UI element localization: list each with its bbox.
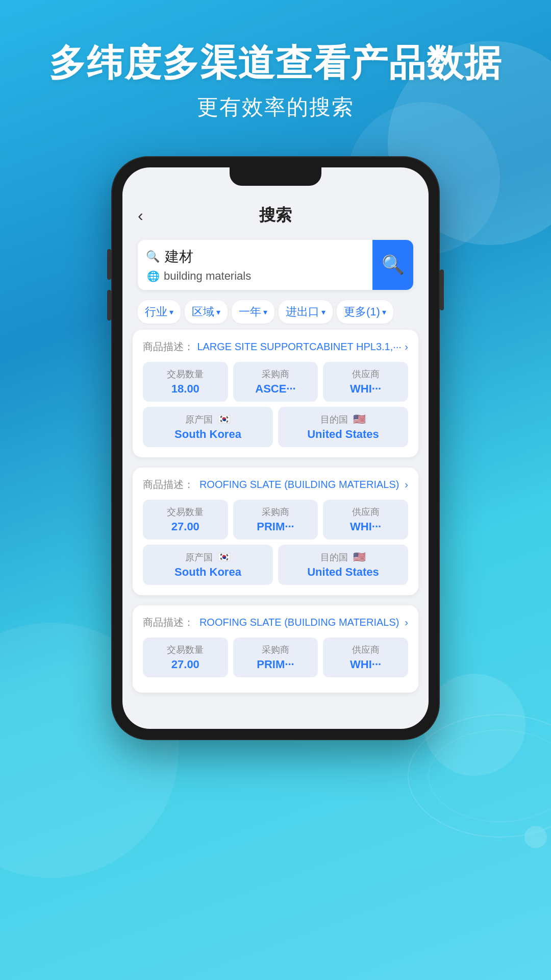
result-card-2: 商品描述： ROOFING SLATE (BUILDING MATERIALS)… — [133, 605, 418, 693]
search-query: 建材 — [165, 247, 193, 266]
card-fields-grid: 交易数量 18.00 采购商 ASCE··· 供应商 WHI··· — [143, 362, 408, 402]
vol-btn-1 — [107, 249, 111, 280]
card-cell: 供应商 WHI··· — [323, 638, 408, 677]
country-value: United States — [285, 428, 401, 441]
card-desc-row[interactable]: 商品描述： LARGE SITE SUPPORTCABINET HPL3.1,·… — [143, 340, 408, 354]
cell-label: 交易数量 — [150, 506, 221, 518]
chevron-down-icon: ▾ — [169, 307, 173, 317]
filter-label: 区域 — [192, 304, 214, 320]
search-input-area[interactable]: 🔍 建材 🌐 building materials — [138, 240, 372, 290]
card-arrow-icon: › — [405, 617, 408, 628]
country-label: 目的国 🇺🇸 — [285, 551, 401, 564]
cell-value: WHI··· — [330, 382, 401, 396]
card-fields-grid: 交易数量 27.00 采购商 PRIM··· 供应商 WHI··· — [143, 638, 408, 677]
cell-label: 供应商 — [330, 644, 401, 656]
card-cell: 供应商 WHI··· — [323, 500, 408, 540]
filter-label: 进出口 — [286, 304, 319, 320]
phone-screen: ‹ 搜索 🔍 建材 🌐 building materi — [122, 167, 429, 729]
country-label: 目的国 🇺🇸 — [285, 413, 401, 426]
search-translate-row: 🌐 building materials — [146, 270, 364, 283]
card-cell: 交易数量 27.00 — [143, 638, 228, 677]
filter-chip-更多(1)[interactable]: 更多(1)▾ — [337, 300, 393, 324]
card-country-grid: 原产国 🇰🇷 South Korea 目的国 🇺🇸 United States — [143, 407, 408, 447]
translate-icon: 🌐 — [147, 270, 160, 282]
card-cell: 采购商 PRIM··· — [233, 638, 318, 677]
flag-icon: 🇺🇸 — [353, 413, 366, 425]
cell-label: 采购商 — [240, 644, 311, 656]
cell-label: 采购商 — [240, 368, 311, 380]
country-value: United States — [285, 566, 401, 579]
search-icon: 🔍 — [146, 250, 160, 263]
cell-value: 18.00 — [150, 382, 221, 396]
card-arrow-icon: › — [405, 479, 408, 491]
result-card-1: 商品描述： ROOFING SLATE (BUILDING MATERIALS)… — [133, 468, 418, 595]
svg-point-2 — [524, 826, 547, 848]
cell-label: 采购商 — [240, 506, 311, 518]
search-translation: building materials — [164, 270, 251, 283]
filter-bar: 行业▾区域▾一年▾进出口▾更多(1)▾ — [122, 290, 429, 330]
country-value: South Korea — [150, 428, 266, 441]
flag-icon: 🇺🇸 — [353, 551, 366, 562]
card-desc-row[interactable]: 商品描述： ROOFING SLATE (BUILDING MATERIALS)… — [143, 478, 408, 492]
phone-notch — [230, 167, 321, 186]
filter-label: 行业 — [145, 304, 167, 320]
results-list: 商品描述： LARGE SITE SUPPORTCABINET HPL3.1,·… — [122, 330, 429, 703]
cell-value: PRIM··· — [240, 520, 311, 533]
filter-chip-行业[interactable]: 行业▾ — [138, 300, 181, 324]
card-desc-row[interactable]: 商品描述： ROOFING SLATE (BUILDING MATERIALS)… — [143, 616, 408, 629]
cell-label: 交易数量 — [150, 644, 221, 656]
chevron-down-icon: ▾ — [321, 307, 325, 317]
search-box: 🔍 建材 🌐 building materials 🔍 — [138, 240, 413, 290]
app-header: ‹ 搜索 — [122, 194, 429, 235]
card-cell: 供应商 WHI··· — [323, 362, 408, 402]
country-label: 原产国 🇰🇷 — [150, 413, 266, 426]
card-country-grid: 原产国 🇰🇷 South Korea 目的国 🇺🇸 United States — [143, 545, 408, 585]
card-country-cell: 原产国 🇰🇷 South Korea — [143, 545, 273, 585]
search-section: 🔍 建材 🌐 building materials 🔍 — [122, 235, 429, 290]
hero-title: 多纬度多渠道查看产品数据 — [0, 41, 551, 85]
search-button[interactable]: 🔍 — [372, 240, 413, 290]
power-btn — [440, 270, 444, 310]
filter-label: 更多(1) — [344, 304, 380, 320]
cell-label: 交易数量 — [150, 368, 221, 380]
cell-value: ASCE··· — [240, 382, 311, 396]
svg-point-1 — [429, 730, 551, 822]
cell-label: 供应商 — [330, 506, 401, 518]
filter-label: 一年 — [239, 304, 261, 320]
chevron-down-icon: ▾ — [382, 307, 386, 317]
vol-btn-2 — [107, 290, 111, 321]
search-button-icon: 🔍 — [382, 254, 405, 276]
card-desc-value: ROOFING SLATE (BUILDING MATERIALS) — [199, 479, 399, 491]
search-main-row: 🔍 建材 — [146, 247, 364, 266]
card-arrow-icon: › — [405, 341, 408, 353]
flag-icon: 🇰🇷 — [218, 551, 231, 562]
cell-value: PRIM··· — [240, 658, 311, 671]
result-card-0: 商品描述： LARGE SITE SUPPORTCABINET HPL3.1,·… — [133, 330, 418, 457]
cell-value: 27.00 — [150, 658, 221, 671]
card-cell: 交易数量 27.00 — [143, 500, 228, 540]
flag-icon: 🇰🇷 — [218, 413, 231, 425]
card-desc-label: 商品描述： — [143, 478, 194, 492]
card-fields-grid: 交易数量 27.00 采购商 PRIM··· 供应商 WHI··· — [143, 500, 408, 540]
chevron-down-icon: ▾ — [216, 307, 220, 317]
card-desc-label: 商品描述： — [143, 616, 194, 629]
filter-chip-一年[interactable]: 一年▾ — [232, 300, 274, 324]
card-country-cell: 原产国 🇰🇷 South Korea — [143, 407, 273, 447]
cell-value: 27.00 — [150, 520, 221, 533]
filter-chip-进出口[interactable]: 进出口▾ — [279, 300, 333, 324]
cell-value: WHI··· — [330, 658, 401, 671]
card-desc-value: ROOFING SLATE (BUILDING MATERIALS) — [199, 617, 399, 628]
app-content: ‹ 搜索 🔍 建材 🌐 building materi — [122, 167, 429, 729]
card-country-cell: 目的国 🇺🇸 United States — [278, 545, 408, 585]
cell-label: 供应商 — [330, 368, 401, 380]
card-desc-label: 商品描述： — [143, 340, 194, 354]
country-value: South Korea — [150, 566, 266, 579]
card-cell: 采购商 ASCE··· — [233, 362, 318, 402]
phone-wrapper: ‹ 搜索 🔍 建材 🌐 building materi — [0, 157, 551, 739]
card-cell: 采购商 PRIM··· — [233, 500, 318, 540]
phone-outer: ‹ 搜索 🔍 建材 🌐 building materi — [112, 157, 439, 739]
hero-subtitle: 更有效率的搜索 — [0, 93, 551, 121]
back-button[interactable]: ‹ — [138, 206, 143, 225]
card-country-cell: 目的国 🇺🇸 United States — [278, 407, 408, 447]
filter-chip-区域[interactable]: 区域▾ — [185, 300, 228, 324]
